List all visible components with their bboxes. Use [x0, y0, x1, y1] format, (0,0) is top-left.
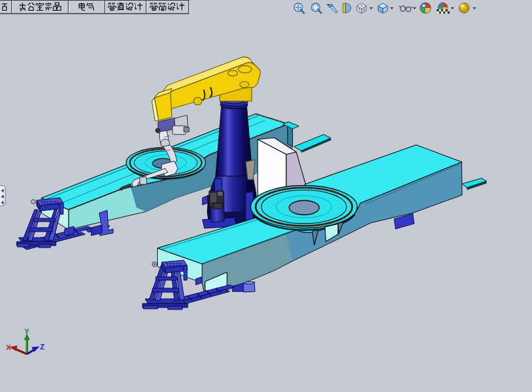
svg-text:Y: Y	[25, 327, 30, 335]
svg-text:X: X	[6, 343, 11, 351]
svg-text:Z: Z	[40, 343, 45, 351]
